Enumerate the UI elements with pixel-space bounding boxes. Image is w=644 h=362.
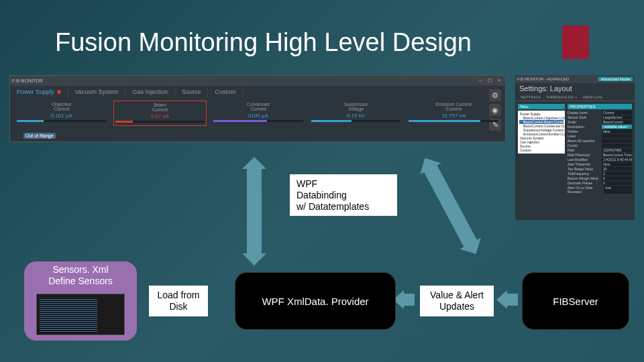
property-row: Last Modified1/4/2021 8:45:44 AM <box>568 158 632 162</box>
eye-icon[interactable]: ◉ <box>489 104 501 116</box>
property-label: Alert Threshold <box>568 162 590 166</box>
property-row: Beam.AD.specfmt <box>568 139 632 143</box>
property-value[interactable] <box>602 139 632 143</box>
property-value[interactable]: <editable value> <box>602 125 632 129</box>
fib-titlebar: F:B MONITOR – ▢ × <box>10 76 505 86</box>
fib-monitor-window: F:B MONITOR – ▢ × Power Supply Vacuum Sy… <box>9 75 506 142</box>
property-value[interactable]: 1234567890 <box>602 148 632 152</box>
sensor-label: Suppressor Voltage <box>311 102 401 111</box>
property-value[interactable]: 1/4/2021 8:45:44 AM <box>602 158 632 162</box>
property-label: Top Range Value <box>568 167 593 171</box>
xml-data-provider-box: WPF XmlData. Provider <box>235 272 396 330</box>
sensor-condenser: Condenser Current 0100 µA <box>212 101 305 126</box>
subtab-settings[interactable]: SETTINGS <box>518 94 543 101</box>
property-row: Top Range Value20 <box>568 167 632 171</box>
sensor-label: Beam Current <box>115 103 205 112</box>
property-value[interactable]: 0 <box>602 181 632 185</box>
property-value[interactable]: 20 <box>602 167 632 171</box>
close-icon[interactable]: × <box>495 78 503 84</box>
property-label: Sensor Style <box>568 115 586 119</box>
sensor-value: 0.07 nA <box>115 113 205 119</box>
property-value[interactable]: 0 <box>602 176 632 180</box>
xml-preview-thumbnail <box>36 294 125 335</box>
property-label: Path <box>568 148 574 152</box>
sensor-value: 0.101 µA <box>17 113 107 119</box>
label-wpf-databinding: WPF Databinding w/ Datatemplates <box>290 174 397 216</box>
property-label: TickFrequency <box>568 172 590 176</box>
sensor-emission: Emission Current Current 15.757 nA <box>407 101 500 126</box>
properties-col-head: PROPERTIES <box>568 104 632 109</box>
minimize-icon[interactable]: – <box>476 78 484 84</box>
sensors-label: Sensors. Xml Define Sensors <box>24 264 137 287</box>
arrow-bidirectional <box>423 164 477 248</box>
property-row: Alert On,no Data Receivedtrue <box>568 186 632 194</box>
property-label: Hidden <box>568 129 578 133</box>
property-label: Script <box>568 120 576 124</box>
property-row: MainThresholdBeamCurrent.ThresholdMonito… <box>568 153 632 157</box>
arrow-left <box>402 294 415 306</box>
sensor-label: Objective Current <box>17 102 107 111</box>
sensor-label: Condenser Current <box>213 102 303 111</box>
property-label: MainThreshold <box>568 153 590 157</box>
property-value[interactable]: BeamCurrent.ThresholdMonitor.LowUp <box>602 153 632 157</box>
sensor-value: 0100 µA <box>213 113 303 119</box>
property-label: Last Modified <box>568 158 588 162</box>
property-row: Label <box>568 134 632 138</box>
property-value[interactable]: true <box>604 186 632 194</box>
maximize-icon[interactable]: ▢ <box>486 78 494 84</box>
subtab-viewlog[interactable]: VIEW LOG <box>580 94 605 101</box>
property-value[interactable]: BeamCurrent <box>602 120 632 124</box>
property-value[interactable]: LargeSensor <box>602 115 632 119</box>
tab-power-supply[interactable]: Power Supply <box>10 86 68 98</box>
advanced-mode-button[interactable]: Advanced Mode <box>598 77 633 81</box>
settings-window: F:B MONITOR - ADVANCED Advanced Mode Set… <box>515 75 635 220</box>
sensor-tree[interactable]: Power Supply BeamCurrent.Objective.Curre… <box>518 111 565 154</box>
sensor-beam: Beam Current 0.07 nA <box>113 101 207 126</box>
property-label: Bottom Range Value <box>568 176 598 180</box>
subtab-thresholds[interactable]: THRESHOLDS ● <box>543 94 580 101</box>
sensor-suppressor: Suppressor Voltage 0.15 kV <box>310 101 402 126</box>
property-label: Label <box>568 134 576 138</box>
property-label: Beam.AD.specfmt <box>568 139 594 143</box>
sensor-objective: Objective Current 0.101 µA <box>15 101 108 126</box>
property-row: ScriptBeamCurrent <box>568 120 632 124</box>
tab-vacuum-system[interactable]: Vacuum System <box>68 86 126 98</box>
fibserver-box: FIBServer <box>522 272 629 330</box>
out-of-range-badge: Out of Range <box>23 133 56 139</box>
sensor-value: 15.757 nA <box>409 113 498 119</box>
tree-item[interactable]: Custom <box>519 148 564 152</box>
tab-source[interactable]: Source <box>175 86 209 98</box>
property-value[interactable] <box>602 143 632 147</box>
property-row: TickFrequency2 <box>568 172 632 176</box>
property-label: CoreId <box>568 143 578 147</box>
property-value[interactable]: 2 <box>602 172 632 176</box>
property-row: Sensor StyleLargeSensor <box>568 115 632 119</box>
label-load-from-disk: Load from Disk <box>149 286 208 316</box>
property-value[interactable]: false <box>602 129 632 133</box>
property-row: Alert Thresholdfalse <box>568 162 632 166</box>
property-row: Path1234567890 <box>568 148 632 152</box>
property-label: Alert On,no Data Received <box>568 186 604 194</box>
window-controls: – ▢ × <box>476 78 503 84</box>
page-title: Fusion Monitoring High Level Design <box>55 28 472 57</box>
gear-icon[interactable]: ⚙ <box>489 89 501 101</box>
arrow-left <box>506 294 518 306</box>
property-value[interactable] <box>602 134 632 138</box>
arrow-bidirectional <box>247 168 262 255</box>
fib-title-text: F:B MONITOR <box>12 78 43 83</box>
property-value[interactable]: Current <box>602 111 632 115</box>
tab-custom[interactable]: Custom <box>208 86 243 98</box>
sensor-value: 0.15 kV <box>311 113 401 119</box>
settings-titlebar: F:B MONITOR - ADVANCED Advanced Mode <box>515 75 635 83</box>
settings-subtabs: SETTINGS THRESHOLDS ● VIEW LOG <box>515 94 635 101</box>
fib-tab-bar: Power Supply Vacuum System Gas Injection… <box>10 86 505 98</box>
property-row: Description<editable value> <box>568 125 632 129</box>
property-value[interactable]: false <box>602 162 632 166</box>
property-row: Decimals Places0 <box>568 181 632 185</box>
properties-panel: PROPERTIES Display LevelCurrentSensor St… <box>568 104 632 206</box>
property-label: Decimals Places <box>568 181 592 185</box>
accent-bar <box>562 25 589 59</box>
property-label: Description <box>568 125 584 129</box>
tabs-col-head: Tabs <box>518 104 565 109</box>
tab-gas-injection[interactable]: Gas Injection <box>125 86 175 98</box>
